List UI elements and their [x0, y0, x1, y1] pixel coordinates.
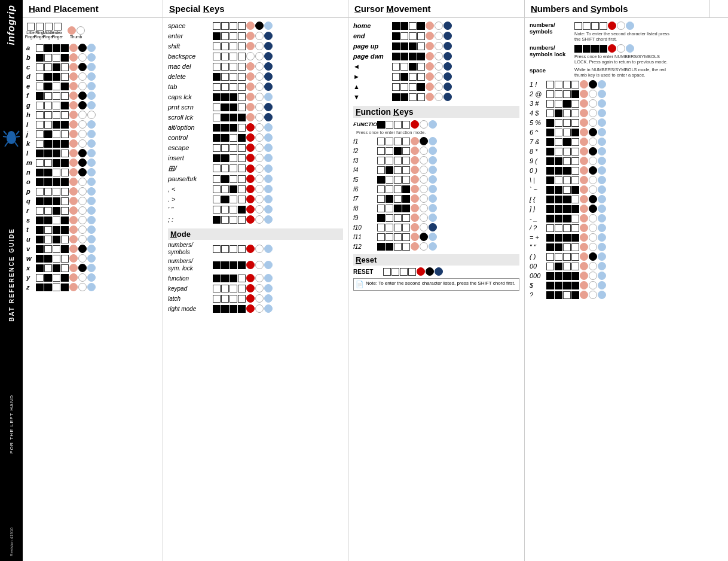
svg-line-2: [4, 131, 7, 135]
sk-semicolon: ; :: [168, 215, 343, 224]
chord-l: [36, 149, 96, 157]
ns-space: space While in NUMBERS/SYMBOLS mode, the…: [530, 67, 705, 78]
sk-comma: , <: [168, 185, 343, 193]
sk-delete: delete: [168, 72, 343, 81]
index-finger-label: IndexFinger: [52, 31, 63, 39]
chord-w: [36, 254, 96, 263]
ns-2: 2 @: [530, 90, 705, 98]
mode-function: function: [168, 274, 343, 282]
revision: Revision 41910: [10, 528, 14, 556]
fk-f12: f12: [353, 242, 519, 251]
chord-k: [36, 139, 96, 148]
main-content: Hand Placement Special Keys Cursor Movem…: [23, 0, 728, 561]
chord-v: [36, 245, 96, 253]
index-finger-sq: [54, 23, 62, 31]
numbers-section-header: Numbers and Symbols: [525, 0, 710, 17]
letter-row-x: x: [26, 264, 159, 272]
reset-section: Reset RESET 📄 Note: To enter the second …: [353, 254, 519, 291]
fk-section: Function Keys FUNCTION Press once to ent…: [353, 106, 519, 251]
mode-header: Mode: [168, 228, 343, 240]
chord-h: [36, 111, 96, 119]
fk-f1: f1: [353, 137, 519, 145]
thumb-label: Thumb: [70, 35, 82, 39]
mode-numsymlock: numbers/sym. lock: [168, 258, 343, 272]
fk-f11: f11: [353, 233, 519, 241]
letter-row-q: q: [26, 197, 159, 205]
chord-r: [36, 206, 96, 215]
sk-period: . >: [168, 195, 343, 203]
sk-shift: shift: [168, 42, 343, 50]
sk-escape: escape: [168, 144, 343, 152]
fk-f3: f3: [353, 156, 519, 164]
sk-capslck: caps lck: [168, 93, 343, 101]
letter-row-w: w: [26, 254, 159, 263]
letter-row-a: a: [26, 44, 159, 52]
letter-row-j: j: [26, 130, 159, 138]
chord-z: [36, 283, 96, 291]
sk-tab: tab: [168, 83, 343, 91]
ring-finger-sq: [36, 23, 44, 31]
fk-f2: f2: [353, 147, 519, 155]
letter-row-u: u: [26, 235, 159, 243]
chord-u: [36, 235, 96, 243]
chord-b: [36, 53, 96, 62]
little-finger-sq: [27, 23, 35, 31]
chord-j: [36, 130, 96, 138]
ns-4: 4 $: [530, 109, 705, 117]
chord-m: [36, 158, 96, 167]
mode-rightmode: right mode: [168, 304, 343, 313]
logo-text: infogrip: [6, 5, 17, 45]
ns-1: 1 !: [530, 80, 705, 89]
chord-p: [36, 187, 96, 196]
ns-dollar: $: [530, 281, 705, 289]
letter-row-p: p: [26, 187, 159, 196]
svg-line-4: [3, 136, 7, 137]
chord-g: [36, 101, 96, 109]
cr-right: ►: [353, 72, 519, 81]
letter-row-s: s: [26, 216, 159, 224]
fk-f9: f9: [353, 214, 519, 222]
cr-up: ▲: [353, 83, 519, 91]
letter-row-f: f: [26, 92, 159, 100]
thumb-circle-2: [77, 26, 85, 35]
sk-pausebrk: pause/brk: [168, 175, 343, 183]
ns-bracket-open: [ {: [530, 195, 705, 203]
logo-image: [1, 118, 22, 154]
ns-dquotes: " ": [530, 243, 705, 251]
chord-c: [36, 63, 96, 71]
letter-row-c: c: [26, 63, 159, 71]
letter-row-b: b: [26, 53, 159, 62]
letter-row-i: i: [26, 120, 159, 129]
letter-row-d: d: [26, 72, 159, 81]
reset-header: Reset: [353, 254, 519, 266]
letter-row-g: g: [26, 101, 159, 109]
fk-f5: f5: [353, 175, 519, 184]
letter-row-k: k: [26, 139, 159, 148]
ns-backslash: \ |: [530, 176, 705, 184]
sk-space: space: [168, 22, 343, 30]
chord-t: [36, 225, 96, 234]
ns-slash: / ?: [530, 224, 705, 232]
ns-header-lock: numbers/symbols lock Press once to enter…: [530, 44, 705, 65]
chord-q: [36, 197, 96, 205]
for-left-hand: FOR THE LEFT HAND: [9, 395, 14, 454]
cr-pagedwn: page dwn: [353, 52, 519, 60]
thumb-circle-1: [68, 26, 76, 35]
cr-left: ◄: [353, 62, 519, 71]
chord-f: [36, 92, 96, 100]
cr-pageup: page up: [353, 42, 519, 50]
sidebar: infogrip BAT REFERENCE GUIDE FOR THE LEF…: [0, 0, 23, 561]
mode-numsym: numbers/symbols: [168, 242, 343, 256]
ns-dash: - _: [530, 214, 705, 222]
ns-question: ?: [530, 291, 705, 299]
sk-insert: insert: [168, 154, 343, 162]
svg-line-6: [5, 142, 8, 147]
svg-line-5: [16, 136, 20, 137]
ns-bracket-close: ] }: [530, 205, 705, 213]
ns-8: 8 *: [530, 147, 705, 156]
letter-row-v: v: [26, 245, 159, 253]
cursor-col: home end page up: [348, 18, 525, 561]
sk-prntscrn: prnt scrn: [168, 103, 343, 111]
letter-row-r: r: [26, 206, 159, 215]
sk-winapple: ⊞/: [168, 164, 343, 173]
